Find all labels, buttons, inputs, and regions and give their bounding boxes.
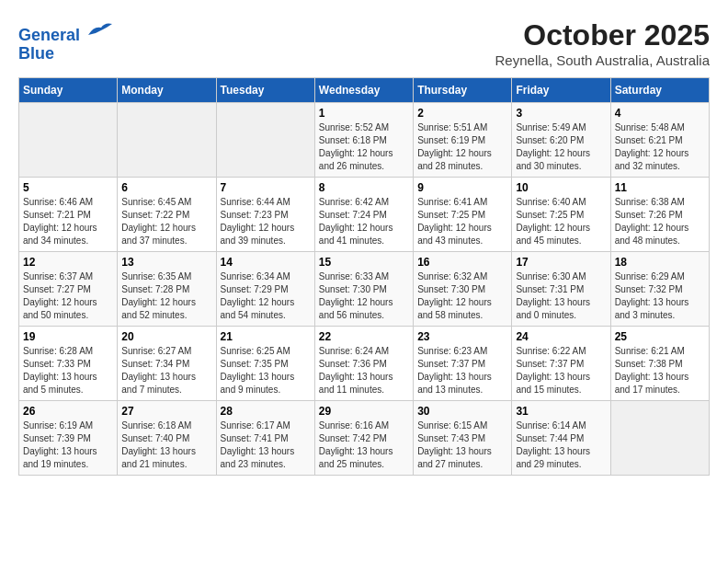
day-number: 9 <box>417 181 507 194</box>
calendar-cell: 24Sunrise: 6:22 AM Sunset: 7:37 PM Dayli… <box>512 327 610 401</box>
calendar-cell: 16Sunrise: 6:32 AM Sunset: 7:30 PM Dayli… <box>414 252 512 327</box>
day-info: Sunrise: 6:32 AM Sunset: 7:30 PM Dayligh… <box>417 270 507 322</box>
calendar-cell: 25Sunrise: 6:21 AM Sunset: 7:38 PM Dayli… <box>610 327 709 401</box>
day-info: Sunrise: 6:42 AM Sunset: 7:24 PM Dayligh… <box>319 196 409 247</box>
page-title: October 2025 <box>495 18 710 52</box>
calendar-cell: 7Sunrise: 6:44 AM Sunset: 7:23 PM Daylig… <box>216 178 314 252</box>
day-info: Sunrise: 6:21 AM Sunset: 7:38 PM Dayligh… <box>615 345 705 396</box>
weekday-header-tuesday: Tuesday <box>216 78 314 103</box>
calendar-cell: 19Sunrise: 6:28 AM Sunset: 7:33 PM Dayli… <box>19 327 118 401</box>
page-subtitle: Reynella, South Australia, Australia <box>495 52 710 68</box>
day-info: Sunrise: 6:44 AM Sunset: 7:23 PM Dayligh… <box>221 196 311 247</box>
calendar-cell: 30Sunrise: 6:15 AM Sunset: 7:43 PM Dayli… <box>414 401 512 476</box>
day-info: Sunrise: 6:24 AM Sunset: 7:36 PM Dayligh… <box>319 345 409 396</box>
calendar-cell: 4Sunrise: 5:48 AM Sunset: 6:21 PM Daylig… <box>610 103 709 178</box>
calendar-table: SundayMondayTuesdayWednesdayThursdayFrid… <box>18 77 710 476</box>
day-number: 29 <box>319 405 409 418</box>
day-info: Sunrise: 5:52 AM Sunset: 6:18 PM Dayligh… <box>319 121 409 173</box>
calendar-cell: 8Sunrise: 6:42 AM Sunset: 7:24 PM Daylig… <box>314 178 413 252</box>
calendar-cell: 18Sunrise: 6:29 AM Sunset: 7:32 PM Dayli… <box>610 252 709 327</box>
week-row-2: 5Sunrise: 6:46 AM Sunset: 7:21 PM Daylig… <box>19 178 710 252</box>
day-info: Sunrise: 6:28 AM Sunset: 7:33 PM Dayligh… <box>23 345 113 396</box>
day-info: Sunrise: 6:46 AM Sunset: 7:21 PM Dayligh… <box>23 196 113 247</box>
calendar-cell <box>610 401 709 476</box>
day-number: 21 <box>221 330 311 343</box>
week-row-1: 1Sunrise: 5:52 AM Sunset: 6:18 PM Daylig… <box>19 103 710 178</box>
day-number: 8 <box>319 181 409 194</box>
calendar-cell: 6Sunrise: 6:45 AM Sunset: 7:22 PM Daylig… <box>118 178 216 252</box>
day-info: Sunrise: 5:51 AM Sunset: 6:19 PM Dayligh… <box>417 121 507 173</box>
calendar-cell: 28Sunrise: 6:17 AM Sunset: 7:41 PM Dayli… <box>216 401 314 476</box>
day-info: Sunrise: 5:48 AM Sunset: 6:21 PM Dayligh… <box>615 121 705 173</box>
weekday-header-monday: Monday <box>118 78 216 103</box>
day-number: 24 <box>516 330 606 343</box>
calendar-cell: 2Sunrise: 5:51 AM Sunset: 6:19 PM Daylig… <box>414 103 512 178</box>
weekday-header-wednesday: Wednesday <box>314 78 413 103</box>
day-number: 18 <box>615 256 705 269</box>
logo-general: General <box>18 26 80 44</box>
weekday-header-saturday: Saturday <box>610 78 709 103</box>
calendar-cell: 22Sunrise: 6:24 AM Sunset: 7:36 PM Dayli… <box>314 327 413 401</box>
day-number: 16 <box>417 256 507 269</box>
weekday-header-thursday: Thursday <box>414 78 512 103</box>
calendar-cell <box>19 103 118 178</box>
day-number: 23 <box>417 330 507 343</box>
day-info: Sunrise: 6:27 AM Sunset: 7:34 PM Dayligh… <box>121 345 211 396</box>
day-info: Sunrise: 5:49 AM Sunset: 6:20 PM Dayligh… <box>516 121 606 173</box>
day-number: 17 <box>516 256 606 269</box>
day-number: 25 <box>615 330 705 343</box>
day-info: Sunrise: 6:30 AM Sunset: 7:31 PM Dayligh… <box>516 270 606 322</box>
week-row-3: 12Sunrise: 6:37 AM Sunset: 7:27 PM Dayli… <box>19 252 710 327</box>
day-info: Sunrise: 6:22 AM Sunset: 7:37 PM Dayligh… <box>516 345 606 396</box>
calendar-cell: 10Sunrise: 6:40 AM Sunset: 7:25 PM Dayli… <box>512 178 610 252</box>
calendar-cell: 15Sunrise: 6:33 AM Sunset: 7:30 PM Dayli… <box>314 252 413 327</box>
calendar-cell: 31Sunrise: 6:14 AM Sunset: 7:44 PM Dayli… <box>512 401 610 476</box>
day-info: Sunrise: 6:23 AM Sunset: 7:37 PM Dayligh… <box>417 345 507 396</box>
day-number: 14 <box>221 256 311 269</box>
day-info: Sunrise: 6:18 AM Sunset: 7:40 PM Dayligh… <box>121 419 211 471</box>
day-info: Sunrise: 6:17 AM Sunset: 7:41 PM Dayligh… <box>221 419 311 471</box>
day-info: Sunrise: 6:29 AM Sunset: 7:32 PM Dayligh… <box>615 270 705 322</box>
day-info: Sunrise: 6:35 AM Sunset: 7:28 PM Dayligh… <box>121 270 211 322</box>
calendar-cell: 23Sunrise: 6:23 AM Sunset: 7:37 PM Dayli… <box>414 327 512 401</box>
calendar-cell: 14Sunrise: 6:34 AM Sunset: 7:29 PM Dayli… <box>216 252 314 327</box>
day-number: 10 <box>516 181 606 194</box>
day-info: Sunrise: 6:16 AM Sunset: 7:42 PM Dayligh… <box>319 419 409 471</box>
day-number: 6 <box>121 181 211 194</box>
calendar-cell <box>216 103 314 178</box>
day-number: 27 <box>121 405 211 418</box>
day-number: 11 <box>615 181 705 194</box>
weekday-header-row: SundayMondayTuesdayWednesdayThursdayFrid… <box>19 78 710 103</box>
day-number: 12 <box>23 256 113 269</box>
title-block: October 2025 Reynella, South Australia, … <box>495 18 710 68</box>
day-number: 1 <box>319 107 409 120</box>
day-number: 30 <box>417 405 507 418</box>
calendar-cell: 3Sunrise: 5:49 AM Sunset: 6:20 PM Daylig… <box>512 103 610 178</box>
day-info: Sunrise: 6:15 AM Sunset: 7:43 PM Dayligh… <box>417 419 507 471</box>
day-number: 26 <box>23 405 113 418</box>
day-info: Sunrise: 6:25 AM Sunset: 7:35 PM Dayligh… <box>221 345 311 396</box>
calendar-cell: 9Sunrise: 6:41 AM Sunset: 7:25 PM Daylig… <box>414 178 512 252</box>
day-number: 4 <box>615 107 705 120</box>
day-number: 28 <box>221 405 311 418</box>
logo-bird-icon <box>86 18 114 40</box>
day-number: 5 <box>23 181 113 194</box>
logo-blue: Blue <box>18 44 54 63</box>
day-info: Sunrise: 6:38 AM Sunset: 7:26 PM Dayligh… <box>615 196 705 247</box>
calendar-cell: 29Sunrise: 6:16 AM Sunset: 7:42 PM Dayli… <box>314 401 413 476</box>
calendar-cell: 17Sunrise: 6:30 AM Sunset: 7:31 PM Dayli… <box>512 252 610 327</box>
calendar-cell: 13Sunrise: 6:35 AM Sunset: 7:28 PM Dayli… <box>118 252 216 327</box>
day-info: Sunrise: 6:41 AM Sunset: 7:25 PM Dayligh… <box>417 196 507 247</box>
day-info: Sunrise: 6:34 AM Sunset: 7:29 PM Dayligh… <box>221 270 311 322</box>
day-info: Sunrise: 6:37 AM Sunset: 7:27 PM Dayligh… <box>23 270 113 322</box>
weekday-header-friday: Friday <box>512 78 610 103</box>
calendar-cell: 27Sunrise: 6:18 AM Sunset: 7:40 PM Dayli… <box>118 401 216 476</box>
day-number: 20 <box>121 330 211 343</box>
week-row-5: 26Sunrise: 6:19 AM Sunset: 7:39 PM Dayli… <box>19 401 710 476</box>
day-number: 15 <box>319 256 409 269</box>
day-number: 19 <box>23 330 113 343</box>
calendar-cell: 21Sunrise: 6:25 AM Sunset: 7:35 PM Dayli… <box>216 327 314 401</box>
day-info: Sunrise: 6:14 AM Sunset: 7:44 PM Dayligh… <box>516 419 606 471</box>
day-number: 7 <box>221 181 311 194</box>
logo: General Blue <box>18 18 114 63</box>
